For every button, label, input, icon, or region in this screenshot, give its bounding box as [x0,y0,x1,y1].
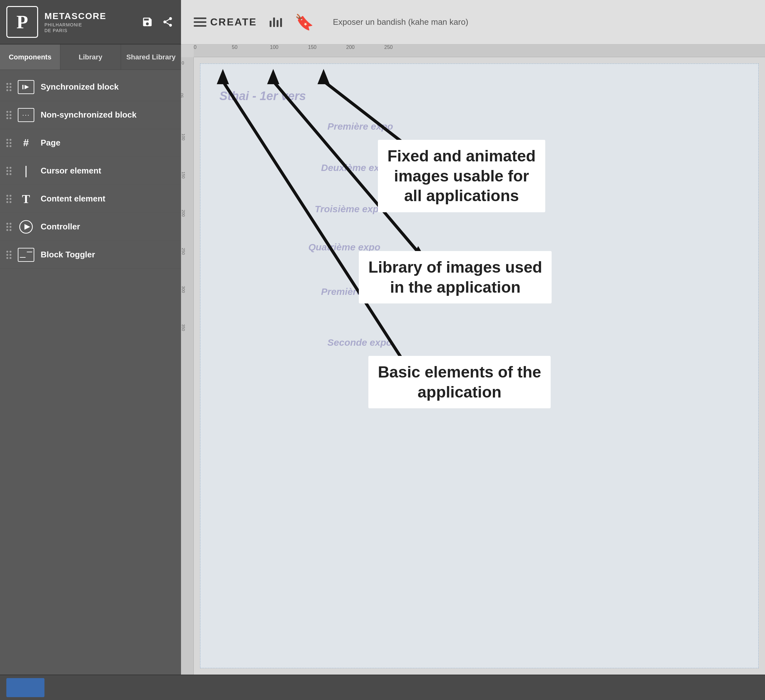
share-icon[interactable] [161,15,175,29]
component-list: Synchronized block ··· Non-synchronized … [0,70,181,675]
app-name: METASCORE [44,11,106,22]
ruler-v-250: 250 [181,248,186,255]
ruler-v-300: 300 [181,286,186,293]
ruler-left: 0 50 100 150 200 250 300 350 [181,57,194,675]
ruler-mark-200: 200 [346,44,355,50]
list-item[interactable]: ··· Non-synchronized block [0,101,181,129]
ruler-mark-150: 150 [308,44,316,50]
timeline-thumbnail [6,678,44,697]
right-panel: CREATE 🔖 Exposer un bandish (kahe man ka… [181,0,765,700]
ruler-top: 0 50 100 150 200 250 [194,44,765,57]
canvas-text-2: Deuxième expo [321,162,391,173]
canvas-text-4: Quatrième expo [309,242,381,252]
bottom-timeline-left [0,675,181,700]
ruler-mark-250: 250 [384,44,393,50]
bottom-timeline-right [181,675,765,700]
create-label: CREATE [210,16,257,28]
drag-handle [6,223,11,231]
ruler-v-50: 50 [181,93,184,98]
canvas-text-1: Première expo [327,121,393,132]
app-subtitle-2: DE PARIS [44,28,106,33]
canvas-content: Sthai - 1er vers Première expo Deuxième … [194,57,765,675]
toolbar-icons [140,15,175,29]
svg-marker-0 [24,85,29,89]
ruler-v-100: 100 [181,134,186,140]
cursor-element-icon: | [18,163,34,179]
canvas-area: 0 50 100 150 200 250 0 50 100 150 200 25… [181,44,765,675]
ruler-v-0: 0 [182,60,184,65]
synchronized-block-icon [18,79,34,95]
block-toggler-icon [18,247,34,263]
block-toggler-label: Block Toggler [41,250,95,260]
canvas-text-5: Première expo [321,286,387,297]
save-icon[interactable] [140,15,154,29]
hamburger-icon[interactable] [194,17,206,27]
bars-icon [269,17,282,27]
canvas-text-sthai: Sthai - 1er vers [219,89,306,103]
bookmark-icon: 🔖 [295,13,314,31]
page-icon: # [18,135,34,151]
content-element-label: Content element [41,194,105,204]
list-item[interactable]: Block Toggler [0,241,181,269]
ruler-mark-100: 100 [270,44,279,50]
list-item[interactable]: | Cursor element [0,157,181,185]
svg-rect-1 [22,85,24,89]
controller-label: Controller [41,222,80,232]
tab-shared-library[interactable]: Shared Library [121,44,181,69]
document-title: Exposer un bandish (kahe man karo) [333,17,468,27]
page-label: Page [41,138,60,148]
tabs-bar: Components Library Shared Library [0,44,181,70]
logo-text: METASCORE PHILHARMONIE DE PARIS [44,11,106,34]
drag-handle [6,195,11,203]
ruler-v-350: 350 [181,324,186,331]
cursor-element-label: Cursor element [41,166,101,176]
ruler-v-200: 200 [181,210,186,217]
logo-box: P [6,6,38,38]
drag-handle [6,167,11,175]
left-panel: P METASCORE PHILHARMONIE DE PARIS Compon… [0,0,181,700]
ruler-mark-50: 50 [232,44,238,50]
ruler-mark-0: 0 [194,44,197,50]
tab-components[interactable]: Components [0,44,60,69]
list-item[interactable]: Controller [0,213,181,241]
drag-handle [6,83,11,91]
list-item[interactable]: # Page [0,129,181,157]
drag-handle [6,111,11,119]
app-subtitle-1: PHILHARMONIE [44,22,106,28]
app-header: P METASCORE PHILHARMONIE DE PARIS [0,0,181,44]
header-menu: CREATE [194,16,257,28]
canvas-text-6: Seconde expo [327,337,392,348]
tab-library[interactable]: Library [60,44,121,69]
non-synchronized-block-icon: ··· [18,107,34,123]
svg-marker-3 [24,224,30,230]
list-item[interactable]: T Content element [0,185,181,213]
canvas-box: Sthai - 1er vers Première expo Deuxième … [200,63,759,668]
non-synchronized-block-label: Non-synchronized block [41,110,137,120]
synchronized-block-label: Synchronized block [41,82,119,92]
drag-handle [6,139,11,147]
ruler-v-150: 150 [181,172,186,178]
canvas-text-3: Troisième expo [315,204,384,214]
drag-handle [6,251,11,259]
list-item[interactable]: Synchronized block [0,73,181,101]
content-element-icon: T [18,191,34,207]
controller-icon [18,219,34,235]
right-header: CREATE 🔖 Exposer un bandish (kahe man ka… [181,0,765,44]
logo-letter: P [17,11,28,33]
